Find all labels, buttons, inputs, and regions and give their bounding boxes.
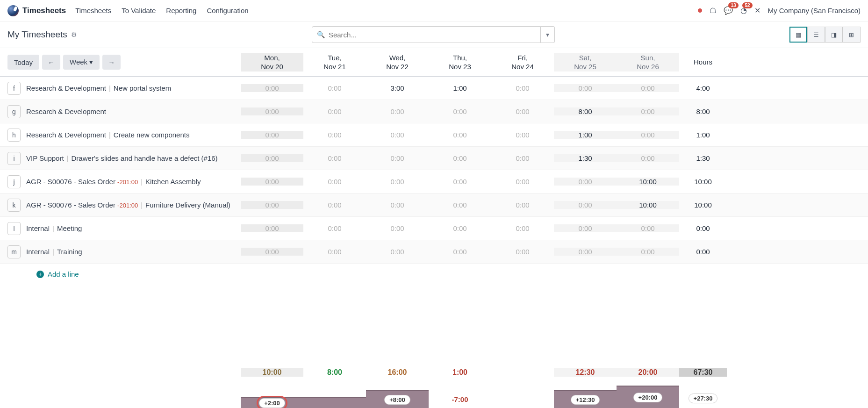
- time-cell[interactable]: 0:00: [429, 178, 491, 186]
- time-cell[interactable]: 0:00: [491, 107, 554, 115]
- time-cell[interactable]: 0:00: [303, 178, 366, 186]
- time-cell[interactable]: 0:00: [491, 154, 554, 162]
- time-cell[interactable]: 0:00: [554, 224, 617, 232]
- view-list-button[interactable]: ☰: [807, 27, 825, 43]
- view-grid-button[interactable]: ▦: [789, 27, 807, 43]
- task-cell[interactable]: mInternal|Training: [0, 245, 241, 258]
- view-switcher: ▦ ☰ ◨ ⊞: [789, 27, 861, 43]
- view-kanban-button[interactable]: ◨: [825, 27, 843, 43]
- task-cell[interactable]: hResearch & Development|Create new compo…: [0, 129, 241, 142]
- time-cell[interactable]: 0:00: [366, 131, 429, 139]
- task-cell[interactable]: fResearch & Development|New portal syste…: [0, 82, 241, 95]
- time-cell[interactable]: 0:00: [491, 84, 554, 92]
- time-cell[interactable]: 10:00: [617, 201, 679, 209]
- time-cell[interactable]: 0:00: [491, 131, 554, 139]
- time-cell[interactable]: 0:00: [617, 224, 679, 232]
- time-cell[interactable]: 0:00: [241, 107, 303, 115]
- time-cell[interactable]: 0:00: [241, 248, 303, 256]
- time-cell[interactable]: 0:00: [554, 178, 617, 186]
- row-hours: 1:30: [679, 154, 727, 162]
- time-cell[interactable]: 0:00: [554, 84, 617, 92]
- time-cell[interactable]: 0:00: [554, 201, 617, 209]
- search-dropdown[interactable]: ▾: [541, 26, 555, 43]
- time-cell[interactable]: 0:00: [303, 107, 366, 115]
- row-label: Internal|Training: [26, 248, 82, 256]
- time-cell[interactable]: 0:00: [617, 154, 679, 162]
- time-cell[interactable]: 1:00: [429, 84, 491, 92]
- time-cell[interactable]: 0:00: [241, 84, 303, 92]
- row-key: g: [7, 105, 21, 118]
- time-cell[interactable]: 0:00: [366, 248, 429, 256]
- time-cell[interactable]: 0:00: [491, 178, 554, 186]
- support-icon[interactable]: ☖: [710, 6, 716, 15]
- time-cell[interactable]: 0:00: [303, 248, 366, 256]
- row-label: Research & Development: [26, 107, 106, 115]
- time-cell[interactable]: 0:00: [429, 201, 491, 209]
- search-box[interactable]: 🔍: [312, 26, 541, 43]
- time-cell[interactable]: 0:00: [617, 248, 679, 256]
- time-cell[interactable]: 0:00: [429, 131, 491, 139]
- time-cell[interactable]: 0:00: [366, 224, 429, 232]
- menu-configuration[interactable]: Configuration: [207, 7, 248, 14]
- time-cell[interactable]: 0:00: [241, 154, 303, 162]
- row-hours: 4:00: [679, 84, 727, 92]
- time-cell[interactable]: 0:00: [429, 154, 491, 162]
- total-hours: 67:30: [679, 368, 727, 377]
- time-cell[interactable]: 0:00: [429, 107, 491, 115]
- time-cell[interactable]: 0:00: [366, 201, 429, 209]
- time-cell[interactable]: 0:00: [303, 224, 366, 232]
- add-line-button[interactable]: +Add a line: [0, 264, 868, 285]
- task-cell[interactable]: iVIP Support|Drawer's slides and handle …: [0, 152, 241, 165]
- activity-icon[interactable]: ◔52: [740, 6, 747, 15]
- time-cell[interactable]: 0:00: [429, 224, 491, 232]
- time-cell[interactable]: 0:00: [241, 201, 303, 209]
- time-cell[interactable]: 3:00: [366, 84, 429, 92]
- time-cell[interactable]: 0:00: [303, 201, 366, 209]
- time-cell[interactable]: 0:00: [303, 84, 366, 92]
- task-cell[interactable]: lInternal|Meeting: [0, 222, 241, 235]
- time-cell[interactable]: 0:00: [241, 131, 303, 139]
- time-cell[interactable]: 0:00: [617, 84, 679, 92]
- table-row: mInternal|Training0:000:000:000:000:000:…: [0, 240, 868, 264]
- time-cell[interactable]: 0:00: [491, 224, 554, 232]
- view-pivot-button[interactable]: ⊞: [843, 27, 861, 43]
- time-cell[interactable]: 1:00: [554, 131, 617, 139]
- time-cell[interactable]: 0:00: [366, 178, 429, 186]
- time-cell[interactable]: 0:00: [617, 107, 679, 115]
- time-cell[interactable]: 0:00: [366, 154, 429, 162]
- task-cell[interactable]: gResearch & Development: [0, 105, 241, 118]
- diff-pill-total: +27:30: [689, 394, 718, 403]
- time-cell[interactable]: 1:30: [554, 154, 617, 162]
- app-logo[interactable]: Timesheets: [7, 5, 66, 16]
- prev-button[interactable]: ←: [42, 55, 60, 70]
- gear-icon[interactable]: ⚙: [71, 31, 77, 38]
- time-cell[interactable]: 0:00: [617, 131, 679, 139]
- time-cell[interactable]: 0:00: [241, 178, 303, 186]
- time-cell[interactable]: 0:00: [491, 201, 554, 209]
- time-cell[interactable]: 0:00: [366, 107, 429, 115]
- time-cell[interactable]: 0:00: [429, 248, 491, 256]
- menu-reporting[interactable]: Reporting: [166, 7, 196, 14]
- task-cell[interactable]: kAGR - S00076 - Sales Order -201:00|Furn…: [0, 199, 241, 212]
- range-button[interactable]: Week ▾: [63, 55, 100, 70]
- search-input[interactable]: [329, 31, 536, 39]
- time-cell[interactable]: 10:00: [617, 178, 679, 186]
- diff-mon: +2:00: [241, 397, 303, 408]
- row-key: l: [7, 222, 21, 235]
- today-button[interactable]: Today: [7, 55, 39, 70]
- time-cell[interactable]: 0:00: [491, 248, 554, 256]
- time-cell[interactable]: 0:00: [303, 154, 366, 162]
- timesheet-rows: fResearch & Development|New portal syste…: [0, 77, 868, 361]
- time-cell[interactable]: 0:00: [554, 248, 617, 256]
- row-label: AGR - S00076 - Sales Order -201:00|Kitch…: [26, 178, 201, 186]
- next-button[interactable]: →: [102, 55, 121, 70]
- company-selector[interactable]: My Company (San Francisco): [768, 7, 861, 14]
- time-cell[interactable]: 0:00: [303, 131, 366, 139]
- tools-icon[interactable]: ✕: [754, 6, 760, 15]
- menu-to-validate[interactable]: To Validate: [122, 7, 156, 14]
- chat-icon[interactable]: 💬13: [724, 6, 733, 15]
- menu-timesheets[interactable]: Timesheets: [75, 7, 111, 14]
- time-cell[interactable]: 0:00: [241, 224, 303, 232]
- time-cell[interactable]: 8:00: [554, 107, 617, 115]
- task-cell[interactable]: jAGR - S00076 - Sales Order -201:00|Kitc…: [0, 175, 241, 188]
